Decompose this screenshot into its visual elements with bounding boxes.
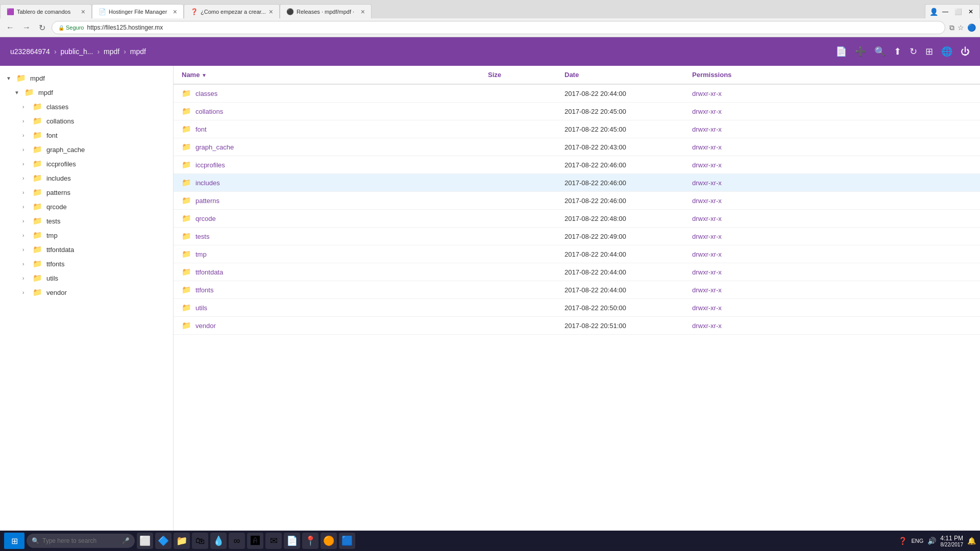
table-row[interactable]: 📁 ttfonts 2017-08-22 20:44:00drwxr-xr-x [174, 281, 980, 299]
search-icon[interactable]: 🔍 [874, 46, 886, 57]
sidebar-item-utils[interactable]: › 📁 utils [0, 271, 173, 285]
table-row[interactable]: 📁 includes 2017-08-22 20:46:00drwxr-xr-x [174, 174, 980, 192]
sidebar-item-mpdf-root[interactable]: ▼ 📁 mpdf [0, 71, 173, 85]
taskbar-volume-icon[interactable]: 🔊 [927, 537, 936, 545]
power-icon[interactable]: ⏻ [961, 46, 970, 57]
taskbar-dropbox[interactable]: 💧 [210, 533, 227, 549]
breadcrumb-user[interactable]: u232864974 [10, 47, 50, 56]
taskbar-task-view[interactable]: ⬜ [137, 533, 153, 549]
file-link[interactable]: ttfontdata [195, 268, 223, 276]
table-row[interactable]: 📁 patterns 2017-08-22 20:46:00drwxr-xr-x [174, 192, 980, 210]
file-link[interactable]: classes [195, 90, 217, 97]
sidebar-item-vendor[interactable]: › 📁 vendor [0, 285, 173, 299]
sidebar-item-qrcode[interactable]: › 📁 qrcode [0, 199, 173, 214]
sidebar-item-ttfontdata[interactable]: › 📁 ttfontdata [0, 242, 173, 257]
col-header-name[interactable]: Name ▼ [174, 66, 480, 84]
address-bar[interactable]: Seguro https://files125.hostinger.mx [52, 21, 945, 34]
taskbar-search[interactable]: 🔍 🎤 [27, 534, 135, 548]
taskbar-file[interactable]: 📄 [284, 533, 300, 549]
sidebar-item-iccprofiles[interactable]: › 📁 iccprofiles [0, 157, 173, 171]
table-row[interactable]: 📁 vendor 2017-08-22 20:51:00drwxr-xr-x [174, 317, 980, 335]
sidebar-item-ttfonts[interactable]: › 📁 ttfonts [0, 257, 173, 271]
file-date-cell: 2017-08-22 20:45:00 [556, 103, 684, 120]
back-button[interactable]: ← [4, 22, 16, 33]
taskbar-store[interactable]: 🛍 [192, 533, 208, 549]
table-row[interactable]: 📁 classes 2017-08-22 20:44:00drwxr-xr-x [174, 84, 980, 103]
file-link[interactable]: font [195, 126, 207, 133]
tab-github[interactable]: ⚫ Releases · mpdf/mpdf · × [280, 4, 372, 18]
maximize-btn[interactable]: ⬜ [952, 8, 964, 15]
expand-arrow-font: › [22, 133, 31, 138]
sidebar-item-classes[interactable]: › 📁 classes [0, 99, 173, 114]
taskbar-mail[interactable]: ✉ [265, 533, 282, 549]
table-row[interactable]: 📁 iccprofiles 2017-08-22 20:46:00drwxr-x… [174, 156, 980, 174]
refresh-icon[interactable]: ↻ [910, 46, 917, 57]
sidebar-item-tmp[interactable]: › 📁 tmp [0, 228, 173, 242]
file-link[interactable]: iccprofiles [195, 161, 225, 169]
extensions-icon[interactable]: 🔵 [967, 23, 976, 32]
file-link[interactable]: collations [195, 108, 223, 115]
bookmark-icon[interactable]: ☆ [958, 23, 964, 32]
forward-button[interactable]: → [20, 22, 33, 33]
new-folder-icon[interactable]: ➕ [855, 46, 866, 57]
new-file-icon[interactable]: 📄 [836, 46, 847, 57]
sidebar-item-graph-cache[interactable]: › 📁 graph_cache [0, 142, 173, 157]
table-row[interactable]: 📁 qrcode 2017-08-22 20:48:00drwxr-xr-x [174, 210, 980, 228]
tab-close-3[interactable]: × [269, 8, 273, 16]
grid-view-icon[interactable]: ⊞ [925, 46, 933, 57]
file-link[interactable]: tmp [195, 251, 207, 258]
file-link[interactable]: includes [195, 179, 220, 187]
upload-icon[interactable]: ⬆ [894, 46, 901, 57]
file-link[interactable]: utils [195, 304, 207, 312]
file-link[interactable]: ttfonts [195, 286, 213, 294]
file-link[interactable]: qrcode [195, 215, 216, 222]
sidebar-item-tests[interactable]: › 📁 tests [0, 214, 173, 228]
tab-filemanager[interactable]: 📄 Hostinger File Manager × [92, 4, 184, 18]
table-row[interactable]: 📁 collations 2017-08-22 20:45:00drwxr-xr… [174, 103, 980, 120]
tab-close-4[interactable]: × [361, 8, 365, 16]
taskbar-maps[interactable]: 📍 [302, 533, 318, 549]
table-row[interactable]: 📁 utils 2017-08-22 20:50:00drwxr-xr-x [174, 299, 980, 317]
taskbar-mic-icon[interactable]: 🎤 [122, 537, 130, 544]
taskbar-edge[interactable]: 🔷 [155, 533, 172, 549]
taskbar-amazon[interactable]: 🅰 [247, 533, 263, 549]
taskbar-azure[interactable]: 🟦 [339, 533, 355, 549]
table-row[interactable]: 📁 graph_cache 2017-08-22 20:43:00drwxr-x… [174, 138, 980, 156]
table-row[interactable]: 📁 font 2017-08-22 20:45:00drwxr-xr-x [174, 120, 980, 138]
user-icon[interactable]: 👤 [929, 8, 938, 16]
translate-icon[interactable]: ⧉ [949, 23, 954, 32]
taskbar-search-input[interactable] [42, 537, 119, 544]
globe-icon[interactable]: 🌐 [941, 46, 952, 57]
col-header-permissions[interactable]: Permissions [684, 66, 980, 84]
file-link[interactable]: vendor [195, 322, 216, 330]
reload-button[interactable]: ↻ [37, 22, 47, 34]
file-link[interactable]: patterns [195, 197, 219, 205]
col-header-size[interactable]: Size [480, 66, 556, 84]
minimize-btn[interactable]: — [940, 8, 950, 15]
tab-tablero[interactable]: 🟪 Tablero de comandos × [0, 4, 92, 18]
taskbar-help-icon[interactable]: ❓ [898, 537, 907, 545]
close-btn[interactable]: ✕ [966, 8, 975, 15]
breadcrumb-mpdf1[interactable]: mpdf [104, 47, 119, 56]
table-row[interactable]: 📁 tests 2017-08-22 20:49:00drwxr-xr-x [174, 228, 980, 245]
sidebar-item-patterns[interactable]: › 📁 patterns [0, 185, 173, 199]
file-link[interactable]: graph_cache [195, 143, 234, 151]
breadcrumb-mpdf2[interactable]: mpdf [130, 47, 146, 56]
taskbar-chrome[interactable]: 🟠 [321, 533, 337, 549]
sidebar-item-collations[interactable]: › 📁 collations [0, 114, 173, 128]
sidebar-item-includes[interactable]: › 📁 includes [0, 171, 173, 185]
table-row[interactable]: 📁 ttfontdata 2017-08-22 20:44:00drwxr-xr… [174, 263, 980, 281]
tab-close-1[interactable]: × [81, 8, 85, 16]
start-button[interactable]: ⊞ [4, 533, 24, 549]
sidebar-item-mpdf[interactable]: ▼ 📁 mpdf [0, 85, 173, 99]
col-header-date[interactable]: Date [556, 66, 684, 84]
sidebar-item-font[interactable]: › 📁 font [0, 128, 173, 142]
taskbar-explorer[interactable]: 📁 [174, 533, 190, 549]
breadcrumb-public[interactable]: public_h... [61, 47, 93, 56]
taskbar-notification-icon[interactable]: 🔔 [967, 537, 976, 545]
tab-close-2[interactable]: × [173, 8, 177, 16]
table-row[interactable]: 📁 tmp 2017-08-22 20:44:00drwxr-xr-x [174, 245, 980, 263]
tab-como[interactable]: ❓ ¿Como empezar a crear... × [184, 4, 280, 18]
file-link[interactable]: tests [195, 233, 209, 240]
taskbar-infinity[interactable]: ∞ [229, 533, 245, 549]
